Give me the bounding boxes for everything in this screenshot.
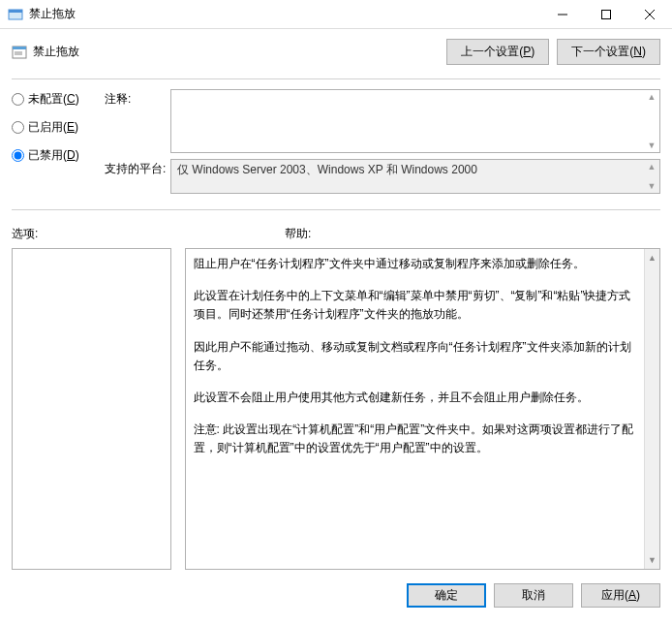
platform-label: 支持的平台: bbox=[105, 159, 170, 194]
options-label: 选项: bbox=[12, 226, 271, 242]
scroll-up-icon[interactable]: ▲ bbox=[646, 92, 657, 102]
separator bbox=[12, 209, 660, 210]
footer: 确定 取消 应用(A) bbox=[0, 570, 672, 619]
radio-enabled[interactable]: 已启用(E) bbox=[12, 119, 95, 136]
apply-button[interactable]: 应用(A) bbox=[581, 583, 660, 608]
platform-text: 仅 Windows Server 2003、Windows XP 和 Windo… bbox=[177, 162, 477, 178]
close-button[interactable] bbox=[627, 0, 672, 29]
help-label: 帮助: bbox=[285, 226, 660, 242]
comment-label: 注释: bbox=[105, 89, 170, 153]
radio-disabled-input[interactable] bbox=[12, 149, 24, 162]
help-scrollbar[interactable]: ▲ ▼ bbox=[644, 249, 659, 569]
help-panel: 阻止用户在“任务计划程序”文件夹中通过移动或复制程序来添加或删除任务。 此设置在… bbox=[185, 248, 660, 570]
help-text: 此设置不会阻止用户使用其他方式创建新任务，并且不会阻止用户删除任务。 bbox=[194, 389, 642, 407]
svg-rect-3 bbox=[601, 11, 610, 19]
help-text: 因此用户不能通过拖动、移动或复制文档或程序向“任务计划程序”文件夹添加新的计划任… bbox=[194, 338, 642, 375]
scroll-up-icon[interactable]: ▲ bbox=[645, 249, 659, 265]
help-text: 此设置在计划任务中的上下文菜单和“编辑”菜单中禁用“剪切”、“复制”和“粘贴”快… bbox=[194, 287, 642, 324]
radio-disabled[interactable]: 已禁用(D) bbox=[12, 147, 95, 164]
radio-not-configured[interactable]: 未配置(C) bbox=[12, 91, 95, 108]
supported-platforms: 仅 Windows Server 2003、Windows XP 和 Windo… bbox=[170, 159, 660, 194]
next-setting-button[interactable]: 下一个设置(N) bbox=[557, 39, 660, 65]
prev-setting-button[interactable]: 上一个设置(P) bbox=[446, 39, 549, 65]
separator bbox=[12, 78, 660, 79]
help-text: 注意: 此设置出现在“计算机配置”和“用户配置”文件夹中。如果对这两项设置都进行… bbox=[194, 421, 642, 457]
app-icon bbox=[8, 7, 23, 22]
radio-not-configured-input[interactable] bbox=[12, 93, 24, 106]
scroll-down-icon[interactable]: ▼ bbox=[645, 553, 659, 569]
policy-title: 禁止拖放 bbox=[33, 44, 439, 60]
svg-rect-1 bbox=[9, 10, 22, 13]
header-row: 禁止拖放 上一个设置(P) 下一个设置(N) bbox=[12, 39, 660, 65]
help-text: 阻止用户在“任务计划程序”文件夹中通过移动或复制程序来添加或删除任务。 bbox=[194, 255, 642, 273]
options-panel bbox=[12, 248, 171, 570]
radio-enabled-input[interactable] bbox=[12, 121, 24, 134]
window-controls bbox=[540, 0, 672, 28]
radio-group: 未配置(C) 已启用(E) 已禁用(D) bbox=[12, 89, 95, 200]
scroll-down-icon[interactable]: ▼ bbox=[646, 181, 657, 191]
window-title: 禁止拖放 bbox=[29, 6, 540, 22]
minimize-button[interactable] bbox=[540, 0, 584, 29]
cancel-button[interactable]: 取消 bbox=[494, 583, 573, 608]
svg-rect-7 bbox=[13, 47, 26, 49]
comment-textarea[interactable]: ▲ ▼ bbox=[170, 89, 660, 153]
scroll-down-icon[interactable]: ▼ bbox=[646, 141, 657, 150]
ok-button[interactable]: 确定 bbox=[407, 583, 486, 608]
titlebar: 禁止拖放 bbox=[0, 0, 672, 29]
maximize-button[interactable] bbox=[584, 0, 627, 29]
scroll-up-icon[interactable]: ▲ bbox=[646, 162, 657, 172]
policy-icon bbox=[12, 45, 27, 60]
